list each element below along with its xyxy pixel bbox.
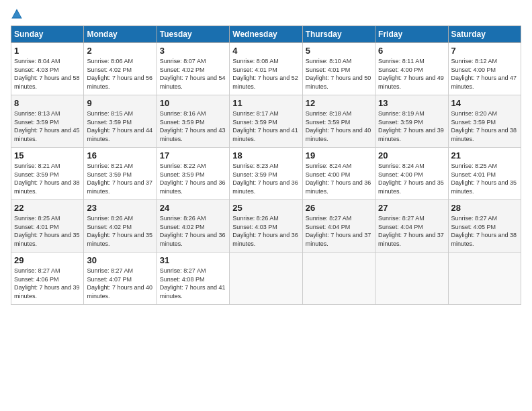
day-number: 5 [306,46,372,56]
day-number: 9 [87,98,153,108]
calendar-cell: 16 Sunrise: 8:21 AMSunset: 3:59 PMDaylig… [84,148,157,200]
calendar-cell [375,253,448,305]
day-info: Sunrise: 8:27 AMSunset: 4:04 PMDaylight:… [378,215,444,247]
day-number: 22 [14,203,81,213]
calendar-cell: 17 Sunrise: 8:22 AMSunset: 3:59 PMDaylig… [157,148,229,200]
day-number: 3 [160,46,226,56]
day-info: Sunrise: 8:20 AMSunset: 3:59 PMDaylight:… [451,110,517,142]
day-number: 10 [160,98,226,108]
day-number: 29 [14,255,81,265]
calendar-cell: 3 Sunrise: 8:07 AMSunset: 4:02 PMDayligh… [157,43,229,95]
calendar-cell: 19 Sunrise: 8:24 AMSunset: 4:00 PMDaylig… [302,148,375,200]
day-info: Sunrise: 8:04 AMSunset: 4:03 PMDaylight:… [14,58,80,90]
day-info: Sunrise: 8:08 AMSunset: 4:01 PMDaylight:… [232,58,298,90]
day-number: 7 [451,46,518,56]
day-info: Sunrise: 8:06 AMSunset: 4:02 PMDaylight:… [87,58,152,90]
calendar-cell: 18 Sunrise: 8:23 AMSunset: 3:59 PMDaylig… [230,148,302,200]
day-header-saturday: Saturday [448,26,521,43]
day-number: 31 [160,255,226,265]
day-number: 25 [232,203,299,213]
day-info: Sunrise: 8:19 AMSunset: 3:59 PMDaylight:… [378,110,444,142]
day-number: 26 [306,203,372,213]
calendar-cell: 30 Sunrise: 8:27 AMSunset: 4:07 PMDaylig… [84,253,157,305]
day-info: Sunrise: 8:23 AMSunset: 3:59 PMDaylight:… [232,163,298,195]
day-info: Sunrise: 8:21 AMSunset: 3:59 PMDaylight:… [14,163,80,195]
day-number: 11 [232,98,299,108]
logo-icon [11,8,23,20]
calendar-cell: 12 Sunrise: 8:18 AMSunset: 3:59 PMDaylig… [302,95,375,148]
day-number: 6 [378,46,445,56]
calendar-cell: 7 Sunrise: 8:12 AMSunset: 4:00 PMDayligh… [448,43,521,95]
calendar-cell: 27 Sunrise: 8:27 AMSunset: 4:04 PMDaylig… [375,200,448,253]
day-number: 24 [160,203,226,213]
calendar-cell: 9 Sunrise: 8:15 AMSunset: 3:59 PMDayligh… [84,95,157,148]
calendar-cell: 14 Sunrise: 8:20 AMSunset: 3:59 PMDaylig… [448,95,521,148]
calendar-cell: 6 Sunrise: 8:11 AMSunset: 4:00 PMDayligh… [375,43,448,95]
day-header-monday: Monday [84,26,157,43]
calendar-table: SundayMondayTuesdayWednesdayThursdayFrid… [11,26,521,305]
day-number: 8 [14,98,81,108]
calendar-cell: 22 Sunrise: 8:25 AMSunset: 4:01 PMDaylig… [11,200,84,253]
calendar-cell: 21 Sunrise: 8:25 AMSunset: 4:01 PMDaylig… [448,148,521,200]
week-row-5: 29 Sunrise: 8:27 AMSunset: 4:06 PMDaylig… [11,253,521,305]
day-header-friday: Friday [375,26,448,43]
calendar-cell [230,253,302,305]
calendar-body: 1 Sunrise: 8:04 AMSunset: 4:03 PMDayligh… [11,43,521,305]
day-info: Sunrise: 8:10 AMSunset: 4:01 PMDaylight:… [306,58,371,90]
day-info: Sunrise: 8:18 AMSunset: 3:59 PMDaylight:… [306,110,371,142]
day-info: Sunrise: 8:27 AMSunset: 4:06 PMDaylight:… [14,267,80,300]
calendar-cell: 11 Sunrise: 8:17 AMSunset: 3:59 PMDaylig… [230,95,302,148]
day-info: Sunrise: 8:07 AMSunset: 4:02 PMDaylight:… [160,58,226,90]
week-row-4: 22 Sunrise: 8:25 AMSunset: 4:01 PMDaylig… [11,200,521,253]
day-header-wednesday: Wednesday [230,26,302,43]
day-number: 4 [232,46,299,56]
calendar-cell: 26 Sunrise: 8:27 AMSunset: 4:04 PMDaylig… [302,200,375,253]
day-info: Sunrise: 8:27 AMSunset: 4:07 PMDaylight:… [87,267,152,300]
day-number: 12 [306,98,372,108]
calendar-cell: 15 Sunrise: 8:21 AMSunset: 3:59 PMDaylig… [11,148,84,200]
day-info: Sunrise: 8:13 AMSunset: 3:59 PMDaylight:… [14,110,80,142]
day-info: Sunrise: 8:25 AMSunset: 4:01 PMDaylight:… [14,215,80,247]
day-info: Sunrise: 8:24 AMSunset: 4:00 PMDaylight:… [306,163,371,195]
day-header-thursday: Thursday [302,26,375,43]
day-info: Sunrise: 8:22 AMSunset: 3:59 PMDaylight:… [160,163,226,195]
calendar-cell [302,253,375,305]
day-number: 13 [378,98,445,108]
day-info: Sunrise: 8:24 AMSunset: 4:00 PMDaylight:… [378,163,444,195]
day-info: Sunrise: 8:21 AMSunset: 3:59 PMDaylight:… [87,163,152,195]
week-row-1: 1 Sunrise: 8:04 AMSunset: 4:03 PMDayligh… [11,43,521,95]
day-header-tuesday: Tuesday [157,26,229,43]
day-number: 14 [451,98,518,108]
calendar-cell: 13 Sunrise: 8:19 AMSunset: 3:59 PMDaylig… [375,95,448,148]
header [11,8,521,20]
day-number: 16 [87,150,153,161]
day-info: Sunrise: 8:25 AMSunset: 4:01 PMDaylight:… [451,163,517,195]
svg-marker-1 [13,11,21,17]
day-number: 15 [14,150,81,161]
day-number: 28 [451,203,518,213]
day-info: Sunrise: 8:26 AMSunset: 4:03 PMDaylight:… [232,215,298,247]
calendar-header-row: SundayMondayTuesdayWednesdayThursdayFrid… [11,26,521,43]
calendar-cell: 10 Sunrise: 8:16 AMSunset: 3:59 PMDaylig… [157,95,229,148]
day-number: 2 [87,46,153,56]
calendar-cell: 31 Sunrise: 8:27 AMSunset: 4:08 PMDaylig… [157,253,229,305]
calendar-cell: 8 Sunrise: 8:13 AMSunset: 3:59 PMDayligh… [11,95,84,148]
calendar-cell [448,253,521,305]
day-number: 27 [378,203,445,213]
calendar-cell: 24 Sunrise: 8:26 AMSunset: 4:02 PMDaylig… [157,200,229,253]
day-info: Sunrise: 8:15 AMSunset: 3:59 PMDaylight:… [87,110,152,142]
day-info: Sunrise: 8:27 AMSunset: 4:08 PMDaylight:… [160,267,226,300]
calendar-cell: 5 Sunrise: 8:10 AMSunset: 4:01 PMDayligh… [302,43,375,95]
day-info: Sunrise: 8:26 AMSunset: 4:02 PMDaylight:… [160,215,226,247]
day-number: 1 [14,46,81,56]
day-info: Sunrise: 8:12 AMSunset: 4:00 PMDaylight:… [451,58,517,90]
calendar-cell: 4 Sunrise: 8:08 AMSunset: 4:01 PMDayligh… [230,43,302,95]
calendar-cell: 20 Sunrise: 8:24 AMSunset: 4:00 PMDaylig… [375,148,448,200]
day-info: Sunrise: 8:27 AMSunset: 4:05 PMDaylight:… [451,215,517,247]
page-container: SundayMondayTuesdayWednesdayThursdayFrid… [0,0,532,310]
logo [11,8,24,20]
day-info: Sunrise: 8:11 AMSunset: 4:00 PMDaylight:… [378,58,444,90]
day-info: Sunrise: 8:27 AMSunset: 4:04 PMDaylight:… [306,215,371,247]
day-info: Sunrise: 8:17 AMSunset: 3:59 PMDaylight:… [232,110,298,142]
calendar-cell: 2 Sunrise: 8:06 AMSunset: 4:02 PMDayligh… [84,43,157,95]
